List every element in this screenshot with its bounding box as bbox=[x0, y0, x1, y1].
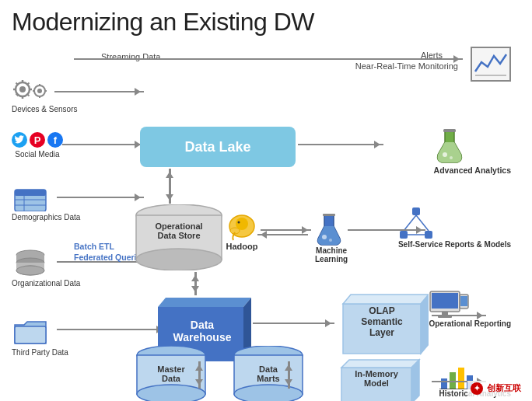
svg-point-36 bbox=[238, 221, 240, 224]
org-label: Organizational Data bbox=[12, 279, 80, 288]
hadoop-label: Hadoop bbox=[226, 242, 258, 251]
lake-analytics-arrow bbox=[298, 144, 383, 145]
batch-etl-label: Batch ETL bbox=[74, 242, 114, 251]
svg-marker-48 bbox=[411, 360, 419, 401]
hadoop-icon: Hadoop bbox=[226, 212, 258, 251]
social-media-icon: P f Social Media bbox=[12, 132, 63, 159]
streaming-arrow bbox=[74, 58, 463, 60]
svg-point-2 bbox=[19, 86, 26, 92]
ods-container: OperationalData Store bbox=[132, 204, 226, 270]
inmemory-container: In-MemoryModel bbox=[337, 352, 422, 401]
olap-label: OLAPSemanticLayer bbox=[343, 305, 421, 338]
ods-label: OperationalData Store bbox=[132, 221, 226, 240]
third-party-arrow bbox=[57, 329, 166, 330]
svg-point-56 bbox=[443, 152, 447, 157]
data-marts-label: DataMarts bbox=[229, 364, 307, 383]
svg-marker-47 bbox=[341, 360, 419, 368]
alerts-label: Alerts bbox=[421, 51, 443, 60]
svg-marker-38 bbox=[158, 298, 251, 307]
svg-point-41 bbox=[322, 235, 327, 239]
svg-marker-44 bbox=[343, 295, 429, 304]
svg-line-61 bbox=[404, 215, 416, 231]
svg-point-28 bbox=[16, 266, 44, 275]
third-party-label: Third Party Data bbox=[12, 348, 68, 357]
olap-container: OLAPSemanticLayer bbox=[337, 282, 429, 360]
svg-rect-69 bbox=[460, 296, 467, 306]
dw-olap-arrow bbox=[253, 323, 334, 324]
svg-point-42 bbox=[329, 239, 332, 242]
ml-label: MachineLearning bbox=[315, 246, 348, 263]
svg-point-32 bbox=[136, 249, 222, 270]
org-data-icon: Organizational Data bbox=[12, 249, 80, 288]
lake-ods-arrow bbox=[169, 169, 171, 204]
data-lake-node: Data Lake bbox=[140, 127, 296, 167]
devices-arrow bbox=[54, 91, 144, 92]
devices-sensors-icon: Devices & Sensors bbox=[12, 75, 77, 113]
demo-arrow bbox=[57, 197, 144, 198]
operational-reporting-icon: Operational Reporting bbox=[429, 290, 511, 328]
self-service-icon: Self-Service Reports & Models bbox=[398, 206, 511, 249]
ml-hadoop-arrow-back bbox=[257, 234, 308, 235]
advanced-analytics-icon: Advanced Analytics bbox=[434, 127, 511, 175]
svg-rect-29 bbox=[15, 326, 46, 343]
inmemory-label: In-MemoryModel bbox=[341, 369, 411, 388]
diagram: Streaming Data Alerts Near-Real-Time Mon… bbox=[12, 43, 520, 385]
advanced-analytics-label: Advanced Analytics bbox=[434, 166, 511, 175]
third-party-icon: Third Party Data bbox=[12, 319, 68, 357]
self-service-label: Self-Service Reports & Models bbox=[398, 240, 511, 249]
devices-label: Devices & Sensors bbox=[12, 105, 77, 113]
operational-reporting-label: Operational Reporting bbox=[429, 319, 511, 328]
svg-point-12 bbox=[37, 89, 42, 93]
demographics-icon: Demographics Data bbox=[12, 187, 80, 221]
dw-marts-arrow bbox=[288, 361, 290, 389]
svg-rect-55 bbox=[443, 129, 456, 132]
data-marts-container: DataMarts bbox=[229, 346, 307, 401]
dw-label: DataWarehouse bbox=[159, 319, 245, 343]
social-arrow bbox=[62, 144, 144, 145]
page-title: Modernizing an Existing DW bbox=[12, 8, 520, 37]
svg-rect-18 bbox=[15, 190, 46, 196]
monitoring-icon bbox=[471, 47, 511, 82]
near-real-time-label: Near-Real-Time Monitoring bbox=[355, 61, 458, 71]
svg-rect-59 bbox=[400, 231, 408, 239]
svg-rect-72 bbox=[458, 368, 464, 389]
svg-point-57 bbox=[450, 156, 453, 159]
svg-marker-45 bbox=[421, 295, 429, 354]
watermark: ✦ 创新互联 bbox=[467, 381, 524, 396]
olap-reporting-arrow bbox=[432, 315, 486, 316]
ml-icon: MachineLearning bbox=[315, 212, 348, 263]
svg-rect-58 bbox=[412, 207, 420, 215]
hadoop-ml-arrow bbox=[261, 229, 311, 231]
social-media-label: Social Media bbox=[12, 150, 63, 159]
ml-self-service-arrow bbox=[348, 229, 425, 231]
svg-point-35 bbox=[236, 218, 248, 230]
demographics-label: Demographics Data bbox=[12, 213, 80, 221]
slide: Modernizing an Existing DW Streaming Dat… bbox=[0, 0, 532, 401]
dw-master-arrow bbox=[198, 361, 201, 389]
streaming-data-label: Streaming Data bbox=[101, 52, 160, 61]
svg-rect-40 bbox=[323, 214, 335, 216]
svg-rect-65 bbox=[432, 293, 458, 309]
